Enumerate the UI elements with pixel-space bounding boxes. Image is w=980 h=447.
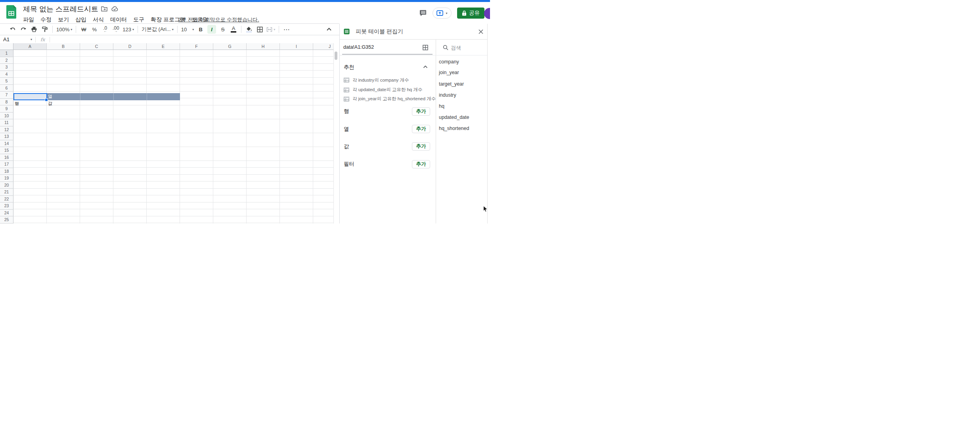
select-data-range-icon[interactable] [423,45,428,50]
row-header[interactable]: 11 [0,119,13,126]
column-header[interactable]: H [247,43,280,50]
add-button[interactable]: 추가 [412,125,430,133]
field-item[interactable]: target_year [439,81,464,87]
fill-handle[interactable] [45,98,48,101]
column-header[interactable]: A [13,43,47,50]
column-header[interactable]: J [313,43,333,50]
undo-button[interactable] [9,25,17,34]
format-currency-button[interactable]: ₩ [80,25,88,34]
row-header[interactable]: 9 [0,105,13,113]
star-icon[interactable]: ☆ [92,6,97,11]
merge-cells-button[interactable]: ▾ [266,25,275,34]
menu-item[interactable]: 도구 [130,15,147,24]
row-header[interactable]: 15 [0,147,13,154]
row-header[interactable]: 4 [0,71,13,78]
collapse-suggestions-icon[interactable] [423,64,428,70]
row-header[interactable]: 5 [0,78,13,85]
menu-item[interactable]: 서식 [90,15,107,24]
share-button[interactable]: 공유 [457,8,484,19]
row-header[interactable]: 19 [0,175,13,182]
move-folder-icon[interactable] [101,6,107,11]
column-header[interactable]: C [80,43,113,50]
vertical-scrollbar-thumb[interactable] [335,52,337,60]
field-item[interactable]: hq [439,103,444,109]
bold-button[interactable]: B [197,25,205,34]
row-header[interactable]: 13 [0,133,13,140]
row-header[interactable]: 2 [0,57,13,64]
number-format-button[interactable]: 123▾ [122,25,134,34]
active-cell-a1[interactable] [13,93,47,100]
increase-decimal-button[interactable]: .00→ [112,25,120,34]
cloud-status-icon[interactable] [111,6,118,11]
row-header[interactable]: 18 [0,168,13,175]
font-select[interactable]: 기본값 (Ari...▾ [142,25,174,34]
row-header[interactable]: 25 [0,216,13,224]
field-item[interactable]: join_year [439,70,459,75]
vertical-scrollbar[interactable] [333,43,338,224]
suggestion-item[interactable]: 각 updated_date의 고유한 hq 개수 [344,87,422,93]
row-header[interactable]: 7 [0,92,13,99]
row-header[interactable]: 24 [0,210,13,217]
data-range-input[interactable]: data!A1:G352 [343,44,374,50]
column-header[interactable]: F [180,43,213,50]
field-item[interactable]: updated_date [439,115,469,120]
suggestion-item[interactable]: 각 industry의 company 개수 [344,77,409,83]
cells-area[interactable] [13,50,333,224]
name-box-caret-icon[interactable]: ▾ [31,38,32,41]
menu-item[interactable]: 데이터 [107,15,130,24]
decrease-decimal-button[interactable]: .0← [101,25,109,34]
last-edit-status[interactable]: 2분 전에 마지막으로 수정했습니다. [178,16,259,23]
row-header[interactable]: 14 [0,140,13,147]
zoom-select[interactable]: 100%▾ [56,25,72,34]
close-panel-button[interactable] [478,29,484,35]
column-header[interactable]: E [147,43,180,50]
document-title[interactable]: 제목 없는 스프레드시트 [23,4,98,14]
cell-a2[interactable]: 행 [15,100,19,107]
hide-toolbar-button[interactable] [326,26,332,32]
paint-format-button[interactable] [41,25,49,34]
print-button[interactable] [30,25,38,34]
add-button[interactable]: 추가 [412,107,430,116]
row-header[interactable]: 10 [0,113,13,120]
font-size-select[interactable]: 10▾ [181,25,194,34]
add-button[interactable]: 추가 [412,160,430,168]
add-button[interactable]: 추가 [412,142,430,151]
cell-b1[interactable]: 열 [48,93,52,100]
fill-color-button[interactable] [245,25,253,34]
row-header[interactable]: 1 [0,50,13,57]
column-header[interactable]: B [47,43,80,50]
comment-history-icon[interactable] [419,10,427,17]
cell-b2[interactable]: 값 [48,100,52,107]
column-header[interactable]: I [280,43,313,50]
format-percent-button[interactable]: % [90,25,98,34]
row-header[interactable]: 16 [0,154,13,161]
sheets-logo-icon[interactable] [6,5,16,19]
menu-item[interactable]: 파일 [20,15,37,24]
row-header[interactable]: 8 [0,99,13,106]
menu-item[interactable]: 수정 [37,15,55,24]
more-toolbar-button[interactable]: ⋯ [283,25,291,34]
menu-item[interactable]: 보기 [55,15,72,24]
italic-button[interactable]: I [207,25,216,34]
redo-button[interactable] [19,25,27,34]
pivot-columns-band[interactable] [47,93,180,100]
column-header[interactable]: G [213,43,247,50]
field-item[interactable]: industry [439,92,456,98]
menu-item[interactable]: 삽입 [72,15,90,24]
field-item[interactable]: hq_shortened [439,126,469,131]
row-header[interactable]: 17 [0,161,13,168]
row-header[interactable]: 6 [0,85,13,92]
row-header[interactable]: 3 [0,64,13,71]
formula-input[interactable] [50,36,337,43]
row-header[interactable]: 12 [0,126,13,134]
name-box[interactable]: A1 [0,36,29,42]
account-avatar[interactable] [484,8,490,19]
row-header[interactable]: 22 [0,196,13,203]
strikethrough-button[interactable]: S [219,25,227,34]
suggestion-item[interactable]: 각 join_year의 고유한 hq_shortened 개수 [344,96,436,102]
present-button[interactable]: ▾ [433,8,452,19]
column-header[interactable]: D [113,43,147,50]
borders-button[interactable] [256,25,264,34]
field-item[interactable]: company [439,59,459,65]
field-search-box[interactable]: 검색 [436,40,487,55]
